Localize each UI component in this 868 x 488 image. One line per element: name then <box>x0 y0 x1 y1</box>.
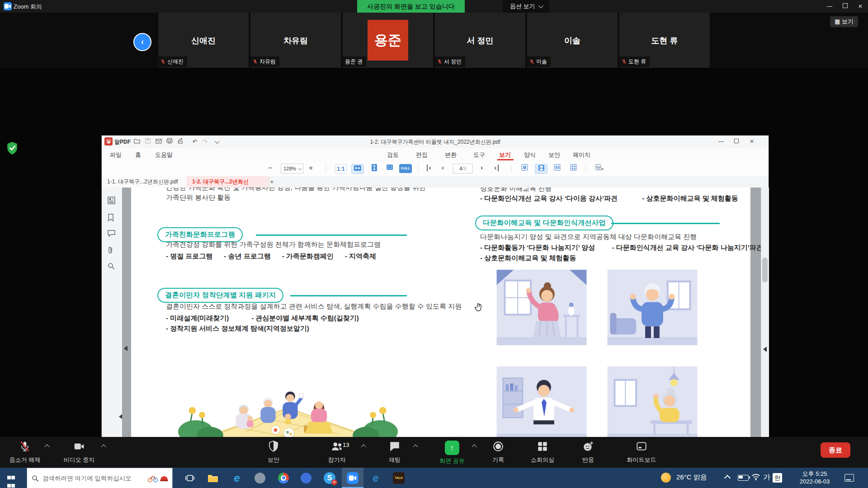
reactions-button[interactable]: 반응 <box>568 441 609 464</box>
attachments-panel-icon[interactable] <box>108 246 117 255</box>
prev-page-button[interactable]: ‹ <box>442 164 444 171</box>
menu-view[interactable]: 보기 <box>499 151 511 159</box>
edge-icon[interactable]: e <box>365 468 387 488</box>
doc-right-paragraph-1: 다문화나눔지기 양성 및 파견으로 지역공동체 대상 다문화이해교육 진행 <box>480 233 697 241</box>
clock[interactable]: 오후 5:25 2022-06-03 <box>792 470 837 485</box>
end-meeting-button[interactable]: 종료 <box>821 442 850 458</box>
ime-han-icon[interactable]: 한 <box>773 473 782 483</box>
app-icon-blue[interactable] <box>295 468 317 488</box>
doc-tab-2[interactable]: 1-2. 대구북구...2년최신판.pdf × <box>187 176 269 188</box>
share-screen-button[interactable]: ↑ 화면 공유 <box>432 441 472 465</box>
participant-tile[interactable]: 용준 용준 권 <box>343 13 433 68</box>
menu-file[interactable]: 파일 <box>110 151 122 159</box>
battery-icon[interactable] <box>738 475 749 481</box>
single-page-view-button[interactable] <box>519 164 530 173</box>
participant-tile[interactable]: 이솔 이솔 <box>527 13 618 68</box>
participant-tile[interactable]: 도현 류 도현 류 <box>619 13 710 68</box>
doc-tab-1[interactable]: 1-1. 대구북구...2년최신판.pdf <box>102 176 192 188</box>
video-button[interactable]: 비디오 중지 <box>59 441 99 464</box>
skype-icon[interactable]: S ✕ <box>319 468 340 488</box>
first-page-button[interactable]: ∣‹ <box>425 164 431 172</box>
actual-size-button[interactable]: 1:1 <box>335 164 347 174</box>
chat-caret[interactable] <box>414 445 418 450</box>
weather-sun-icon[interactable] <box>661 473 671 483</box>
time-text: 오후 5:25 <box>792 470 837 478</box>
internet-explorer-icon[interactable]: e <box>226 468 248 488</box>
participant-avatar: 용준 <box>368 20 408 61</box>
doc-left-line: 가족단위 봉사단 활동 <box>166 193 231 202</box>
share-caret[interactable] <box>472 445 477 450</box>
start-button[interactable] <box>7 474 16 483</box>
participant-tile[interactable]: 서 정민 서 정민 <box>435 13 525 68</box>
record-button[interactable]: 기록 <box>478 441 519 464</box>
action-center-icon[interactable] <box>844 474 854 482</box>
view-options-button[interactable]: 옵션 보기 <box>503 0 549 13</box>
full-screen-button[interactable]: FULL <box>399 164 412 173</box>
wifi-icon[interactable] <box>751 473 760 482</box>
chrome-icon[interactable] <box>273 468 294 488</box>
menu-convert[interactable]: 변환 <box>445 151 457 159</box>
two-page-view-button[interactable] <box>551 164 563 173</box>
menu-edit[interactable]: 편집 <box>416 151 428 159</box>
menu-help[interactable]: 도움말 <box>155 151 173 159</box>
mute-button[interactable]: 음소거 해제 <box>5 441 45 464</box>
last-page-button[interactable]: ›∣ <box>494 164 500 172</box>
continuous-view-button[interactable] <box>535 164 547 174</box>
comments-panel-icon[interactable] <box>108 230 117 239</box>
menu-security[interactable]: 보안 <box>548 151 560 159</box>
prev-page-edge-arrow[interactable] <box>124 346 127 351</box>
page-number-input[interactable]: 4/9 <box>453 164 473 174</box>
menu-tools[interactable]: 도구 <box>473 151 485 159</box>
scrollbar-thumb[interactable] <box>762 258 768 282</box>
four-page-view-button[interactable] <box>567 164 579 173</box>
participant-tile[interactable]: 차유림 차유림 <box>250 13 341 68</box>
menu-home[interactable]: 홈 <box>135 151 141 159</box>
thumbnails-panel-icon[interactable] <box>108 197 117 206</box>
pdf-minimize-button[interactable]: — <box>714 136 728 147</box>
zoom-out-button[interactable]: − <box>268 164 272 173</box>
breakout-rooms-button[interactable]: 소회의실 <box>522 441 563 464</box>
mute-options-caret[interactable] <box>45 445 50 450</box>
fit-page-button[interactable] <box>384 164 396 173</box>
zoom-in-button[interactable]: + <box>309 164 313 173</box>
zoom-close-button[interactable]: ✕ <box>853 0 868 13</box>
weather-text[interactable]: 26°C 맑음 <box>676 473 707 482</box>
tray-chevron-up-icon[interactable] <box>724 475 731 481</box>
pdf-restore-button[interactable] <box>730 136 743 147</box>
participant-tile[interactable]: 신애진 신애진 <box>158 13 249 68</box>
ime-kor-icon[interactable]: 가 <box>763 473 770 482</box>
video-options-caret[interactable] <box>102 445 106 450</box>
scroll-left-button[interactable]: ‹ <box>133 33 151 51</box>
file-explorer-icon[interactable] <box>202 468 224 488</box>
pdf-menubar: 파일 홈 도움말 검토 편집 변환 도구 보기 양식 보안 페이지 <box>102 148 769 161</box>
layout-options-dropdown[interactable] <box>593 164 606 173</box>
search-panel-icon[interactable] <box>108 263 117 272</box>
security-button[interactable]: 보안 <box>253 441 294 464</box>
menu-review[interactable]: 검토 <box>387 151 399 159</box>
app-icon-gray[interactable] <box>249 468 271 488</box>
zoom-minimize-button[interactable]: — <box>822 0 837 13</box>
whiteboard-button[interactable]: 화이트보드 <box>617 441 666 464</box>
task-view-button[interactable] <box>179 468 201 488</box>
participants-button[interactable]: 13 참가자 <box>316 441 357 464</box>
pdf-titlebar: 알 알PDF ↶ ↷ 1-2. 대구북구가족센터 리플렛 내지_2022년최신판… <box>102 136 769 148</box>
fit-height-button[interactable] <box>368 164 380 173</box>
chat-button[interactable]: 채팅 <box>374 441 415 464</box>
next-page-button[interactable]: › <box>481 164 483 171</box>
taskbar-search[interactable]: 검색하려면 여기에 입력하십시오 <box>27 468 173 488</box>
active-menu-underline <box>497 159 514 160</box>
pdf-close-button[interactable]: ✕ <box>745 136 759 147</box>
new-tab-button[interactable]: + <box>270 178 274 185</box>
bookmarks-panel-icon[interactable] <box>108 214 117 223</box>
kakaotalk-icon[interactable]: TALK <box>388 468 410 488</box>
menu-page[interactable]: 페이지 <box>573 151 590 159</box>
fit-width-button[interactable] <box>351 164 364 174</box>
gallery-view-button[interactable]: ▦ 보기 <box>830 16 858 27</box>
zoom-maximize-button[interactable] <box>837 0 853 13</box>
participants-caret[interactable] <box>362 445 366 450</box>
menu-form[interactable]: 양식 <box>524 151 536 159</box>
grab-cursor <box>475 303 483 312</box>
zoom-level-select[interactable]: 128% <box>281 164 303 174</box>
collapse-panel-arrow[interactable] <box>763 347 767 352</box>
zoom-app-taskbar-icon[interactable] <box>342 468 363 488</box>
